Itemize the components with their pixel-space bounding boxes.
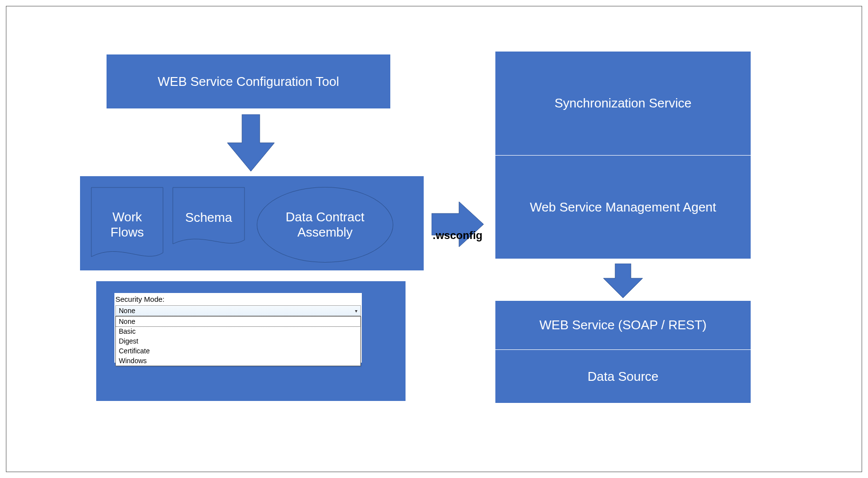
diagram-canvas: WEB Service Configuration Tool Work Flow…	[6, 6, 862, 472]
web-service-soap-rest-box: WEB Service (SOAP / REST)	[495, 301, 751, 350]
security-option-basic[interactable]: Basic	[116, 326, 360, 336]
data-contract-assembly-ellipse: Data Contract Assembly	[257, 187, 393, 263]
security-mode-select[interactable]: None ▾	[115, 305, 361, 316]
security-option-windows[interactable]: Windows	[116, 356, 360, 366]
security-mode-selected-value: None	[119, 307, 135, 315]
security-mode-label: Security Mode:	[114, 293, 362, 305]
security-mode-panel: Security Mode: None ▾ None Basic Digest …	[114, 293, 362, 363]
arrow-down-icon	[227, 114, 274, 171]
wsconfig-label: .wsconfig	[429, 229, 487, 242]
management-agent-box: Web Service Management Agent	[495, 156, 751, 259]
web-service-soap-rest-label: WEB Service (SOAP / REST)	[540, 318, 706, 333]
schema-label: Schema	[181, 210, 236, 225]
data-source-box: Data Source	[495, 350, 751, 403]
svg-marker-2	[603, 264, 643, 298]
security-option-digest[interactable]: Digest	[116, 336, 360, 346]
workflows-label: Work Flows	[91, 210, 163, 240]
config-tool-box: WEB Service Configuration Tool	[107, 54, 390, 108]
data-contract-assembly-label: Data Contract Assembly	[257, 210, 393, 240]
schema-doc: Schema	[172, 187, 245, 249]
security-option-certificate[interactable]: Certificate	[116, 346, 360, 356]
config-tool-label: WEB Service Configuration Tool	[158, 74, 339, 89]
arrow-down-icon	[603, 264, 643, 298]
workflows-doc: Work Flows	[91, 187, 163, 263]
chevron-down-icon: ▾	[355, 308, 357, 314]
security-mode-dropdown[interactable]: None Basic Digest Certificate Windows	[115, 316, 361, 366]
svg-marker-0	[227, 114, 274, 171]
data-source-label: Data Source	[588, 369, 659, 384]
sync-service-box: Synchronization Service	[495, 52, 751, 156]
security-option-none[interactable]: None	[116, 317, 360, 326]
sync-service-label: Synchronization Service	[555, 96, 692, 111]
management-agent-label: Web Service Management Agent	[530, 200, 716, 215]
